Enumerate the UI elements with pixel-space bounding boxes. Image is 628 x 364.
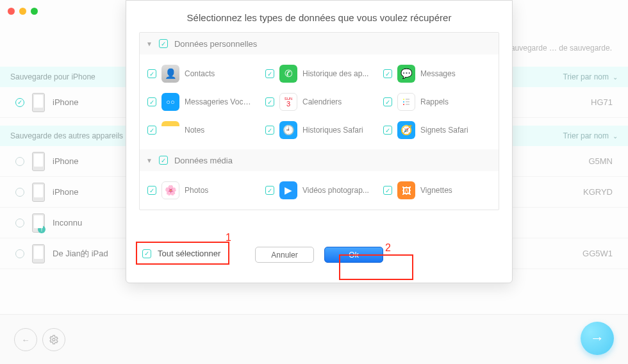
item-reminders[interactable]: Rappels	[378, 88, 496, 116]
svg-rect-4	[406, 99, 409, 100]
svg-rect-2	[403, 101, 404, 103]
svg-rect-3	[403, 104, 404, 105]
calendar-icon: SUN3	[279, 93, 297, 111]
personal-items-grid: 👤Contacts ✆Historique des ap... 💬Message…	[140, 54, 499, 149]
phone-icon: ✆	[279, 65, 297, 83]
checkbox-checked-icon[interactable]	[159, 156, 168, 165]
checkbox-checked-icon[interactable]	[265, 186, 274, 195]
checkbox-checked-icon[interactable]	[159, 39, 168, 48]
disclosure-triangle-icon: ▼	[146, 40, 153, 47]
notes-icon	[161, 121, 179, 139]
item-notes[interactable]: Notes	[142, 116, 260, 144]
checkbox-checked-icon[interactable]	[147, 97, 156, 106]
modal-overlay: Sélectionnez les types de données que vo…	[0, 0, 628, 364]
data-type-modal: Sélectionnez les types de données que vo…	[126, 0, 513, 283]
voicemail-icon: ○○	[161, 93, 179, 111]
item-calendar[interactable]: SUN3Calendriers	[260, 88, 378, 116]
photos-icon: 🌸	[161, 181, 179, 199]
item-messages[interactable]: 💬Messages	[378, 60, 496, 88]
svg-rect-5	[406, 101, 409, 103]
svg-rect-6	[406, 104, 409, 105]
checkbox-checked-icon[interactable]	[383, 126, 392, 135]
media-items-grid: 🌸Photos ▶Vidéos photograp... 🖼Vignettes	[140, 171, 499, 210]
modal-title: Sélectionnez les types de données que vo…	[126, 12, 512, 23]
thumbnails-icon: 🖼	[397, 181, 415, 199]
item-voicemail[interactable]: ○○Messageries Vocales	[142, 88, 260, 116]
group-header-personal[interactable]: ▼ Données personnelles	[140, 33, 499, 54]
item-videos[interactable]: ▶Vidéos photograp...	[260, 176, 378, 204]
group-label: Données personnelles	[174, 39, 257, 49]
item-contacts[interactable]: 👤Contacts	[142, 60, 260, 88]
modal-panel: ▼ Données personnelles 👤Contacts ✆Histor…	[139, 32, 499, 210]
checkbox-checked-icon[interactable]	[265, 126, 274, 135]
item-safari-bookmarks[interactable]: 🧭Signets Safari	[378, 116, 496, 144]
checkbox-checked-icon[interactable]	[383, 69, 392, 78]
modal-footer: Tout sélectionner Annuler Ok	[126, 238, 512, 274]
annotation-label-2: 2	[385, 242, 391, 254]
checkbox-checked-icon[interactable]	[147, 69, 156, 78]
item-call-history[interactable]: ✆Historique des ap...	[260, 60, 378, 88]
select-all-label: Tout sélectionner	[158, 249, 220, 258]
ok-button[interactable]: Ok	[324, 247, 383, 263]
modal-buttons: Annuler Ok	[255, 247, 383, 263]
checkbox-checked-icon[interactable]	[265, 69, 274, 78]
svg-rect-1	[403, 99, 404, 100]
disclosure-triangle-icon: ▼	[146, 157, 153, 164]
item-safari-history[interactable]: 🕘Historiques Safari	[260, 116, 378, 144]
checkbox-checked-icon[interactable]	[383, 97, 392, 106]
item-photos[interactable]: 🌸Photos	[142, 176, 260, 204]
annotation-label-1: 1	[226, 232, 231, 244]
item-thumbnails[interactable]: 🖼Vignettes	[378, 176, 496, 204]
select-all-checkbox[interactable]: Tout sélectionner	[139, 245, 226, 261]
safari-history-icon: 🕘	[279, 121, 297, 139]
checkbox-checked-icon[interactable]	[147, 186, 156, 195]
videos-icon: ▶	[279, 181, 297, 199]
cancel-button[interactable]: Annuler	[255, 247, 314, 263]
checkbox-checked-icon[interactable]	[265, 97, 274, 106]
checkbox-checked-icon[interactable]	[142, 249, 151, 258]
group-label: Données média	[174, 156, 233, 165]
group-header-media[interactable]: ▼ Données média	[140, 149, 499, 171]
checkbox-checked-icon[interactable]	[383, 186, 392, 195]
message-icon: 💬	[397, 65, 415, 83]
safari-bookmarks-icon: 🧭	[397, 121, 415, 139]
checkbox-checked-icon[interactable]	[147, 126, 156, 135]
contacts-icon: 👤	[161, 65, 179, 83]
reminders-icon	[397, 93, 415, 111]
